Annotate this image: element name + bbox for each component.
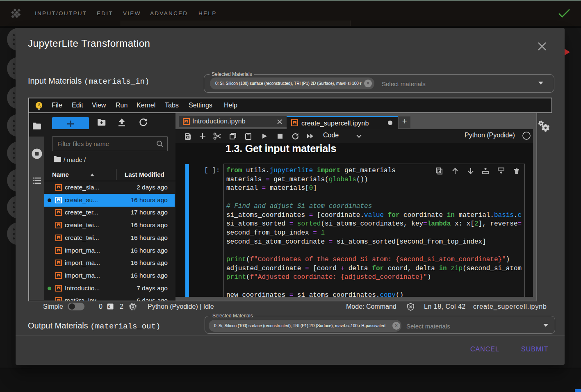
- svg-text:$_: $_: [108, 305, 112, 309]
